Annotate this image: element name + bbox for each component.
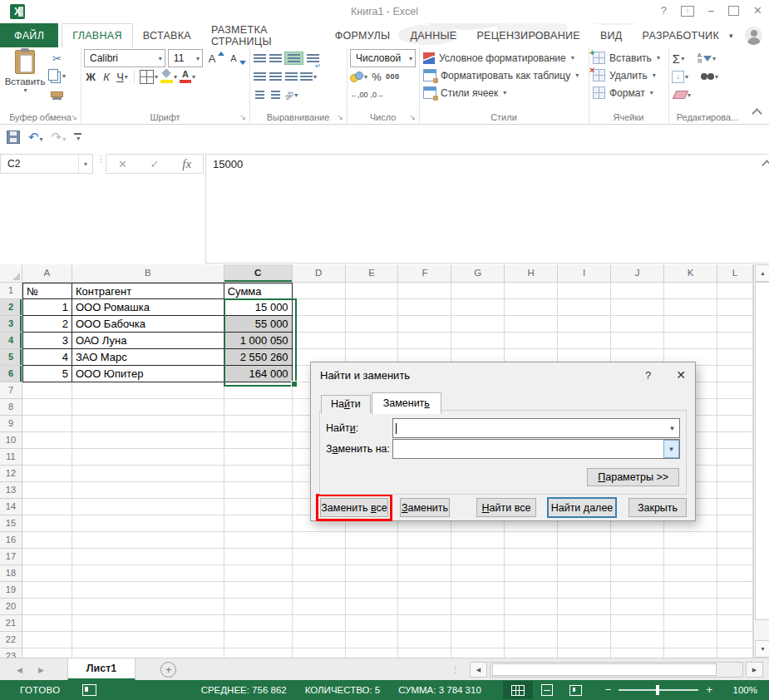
cell-A1[interactable]: № — [22, 283, 72, 299]
cell-A8[interactable] — [22, 399, 72, 416]
cell-B5[interactable]: ЗАО Марс — [72, 349, 224, 366]
cell-J18[interactable] — [611, 565, 664, 582]
cell-C8[interactable] — [224, 399, 293, 416]
cell-B11[interactable] — [72, 449, 224, 466]
cell-D3[interactable] — [293, 316, 346, 333]
page-layout-view-button[interactable] — [533, 681, 561, 699]
cell-A12[interactable] — [22, 466, 72, 482]
copy-button[interactable]: ▾ — [48, 67, 66, 84]
cell-L6[interactable] — [717, 366, 753, 382]
cell-B14[interactable] — [72, 499, 224, 515]
cell-C6[interactable]: 164 000 — [224, 366, 293, 382]
cell-A13[interactable] — [22, 482, 72, 499]
row-header-18[interactable]: 18 — [0, 565, 22, 582]
cell-A20[interactable] — [22, 599, 72, 615]
cell-I4[interactable] — [558, 333, 611, 349]
add-sheet-icon[interactable]: + — [160, 662, 176, 678]
cell-C10[interactable] — [224, 432, 293, 449]
ribbon-display-options-icon[interactable]: ↑ — [681, 6, 694, 17]
combo-dropdown-icon-1[interactable]: ▼ — [663, 440, 679, 458]
dialog-tab-1[interactable]: Заменить — [372, 392, 441, 414]
column-header-I[interactable]: I — [558, 264, 611, 283]
user-avatar[interactable] — [745, 27, 762, 45]
horizontal-scroll-thumb[interactable] — [492, 663, 717, 676]
maximize-icon[interactable] — [728, 6, 739, 16]
row-header-5[interactable]: 5 — [0, 349, 22, 366]
cell-L10[interactable] — [717, 432, 753, 449]
redo-button[interactable]: ↷▾ — [52, 130, 67, 145]
cell-L18[interactable] — [717, 565, 753, 582]
row-header-16[interactable]: 16 — [0, 532, 22, 549]
dialog-help-icon[interactable]: ? — [645, 369, 651, 382]
cell-A10[interactable] — [22, 432, 72, 449]
cell-B16[interactable] — [72, 532, 224, 549]
cell-G17[interactable] — [451, 549, 505, 565]
cell-F18[interactable] — [398, 565, 451, 582]
sort-filter-button[interactable]: АЯ▾ — [698, 50, 716, 67]
cell-B17[interactable] — [72, 549, 224, 565]
vertical-scroll-thumb[interactable] — [755, 282, 769, 620]
decrease-font-size-button[interactable]: А — [227, 50, 246, 67]
cell-D21[interactable] — [293, 615, 346, 632]
select-all-corner[interactable] — [0, 264, 22, 283]
cell-D22[interactable] — [293, 632, 346, 648]
ribbon-tab-6[interactable]: ВИД — [590, 23, 633, 47]
cell-I22[interactable] — [558, 632, 611, 648]
cell-B10[interactable] — [72, 432, 224, 449]
cell-A3[interactable]: 2 — [22, 316, 72, 333]
name-box[interactable]: C2 ▾ — [0, 154, 93, 174]
save-icon[interactable] — [7, 131, 20, 144]
cell-I16[interactable] — [558, 532, 611, 549]
cell-G1[interactable] — [451, 283, 505, 299]
cell-L3[interactable] — [717, 316, 753, 333]
autosum-button[interactable]: Σ▾ — [672, 50, 685, 67]
cell-G21[interactable] — [451, 615, 505, 632]
column-header-A[interactable]: A — [22, 264, 72, 283]
column-header-K[interactable]: K — [664, 264, 717, 283]
clear-button[interactable]: ▾ — [672, 86, 691, 103]
cell-C14[interactable] — [224, 499, 293, 515]
cell-L17[interactable] — [717, 549, 753, 565]
help-icon[interactable]: ? — [661, 5, 667, 17]
decrease-decimal-button[interactable]: ,0→ — [371, 86, 385, 103]
cell-H3[interactable] — [505, 316, 558, 333]
cell-D20[interactable] — [293, 599, 346, 615]
decrease-indent-button[interactable] — [253, 86, 266, 103]
cell-A14[interactable] — [22, 499, 72, 515]
cell-G19[interactable] — [451, 582, 505, 599]
cell-C23[interactable] — [224, 648, 293, 658]
cell-L13[interactable] — [717, 482, 753, 499]
cell-K22[interactable] — [664, 632, 717, 648]
column-header-D[interactable]: D — [293, 264, 346, 283]
conditional-formatting-button[interactable]: Условное форматирование▾ — [419, 49, 589, 67]
paste-button[interactable]: Вставить ▾ — [6, 50, 44, 108]
cell-K16[interactable] — [664, 532, 717, 549]
cell-H2[interactable] — [505, 299, 558, 316]
row-header-10[interactable]: 10 — [0, 432, 22, 449]
cell-G16[interactable] — [451, 532, 505, 549]
cell-C17[interactable] — [224, 549, 293, 565]
cell-G3[interactable] — [451, 316, 505, 333]
row-header-3[interactable]: 3 — [0, 316, 22, 333]
undo-button[interactable]: ↶▾ — [28, 130, 43, 145]
fill-button[interactable]: ↓▾ — [672, 68, 688, 85]
cell-C13[interactable] — [224, 482, 293, 499]
cell-G22[interactable] — [451, 632, 505, 648]
row-header-20[interactable]: 20 — [0, 599, 22, 615]
cell-F17[interactable] — [398, 549, 451, 565]
font-size-combo[interactable]: 11▾ — [168, 49, 203, 67]
next-sheet-icon[interactable]: ▶ — [38, 666, 44, 674]
options-button[interactable]: Параметры >> — [587, 468, 679, 486]
cell-L16[interactable] — [717, 532, 753, 549]
align-top-button[interactable] — [253, 50, 266, 67]
cell-C4[interactable]: 1 000 050 — [224, 333, 293, 349]
cell-A2[interactable]: 1 — [22, 299, 72, 316]
cell-J3[interactable] — [611, 316, 664, 333]
cell-G20[interactable] — [451, 599, 505, 615]
cell-D23[interactable] — [293, 648, 346, 658]
scroll-down-icon[interactable]: ▼ — [755, 640, 769, 658]
cell-F2[interactable] — [398, 299, 451, 316]
cell-J16[interactable] — [611, 532, 664, 549]
combo-value-0[interactable] — [393, 419, 665, 437]
collapse-ribbon-icon[interactable] — [752, 108, 762, 119]
